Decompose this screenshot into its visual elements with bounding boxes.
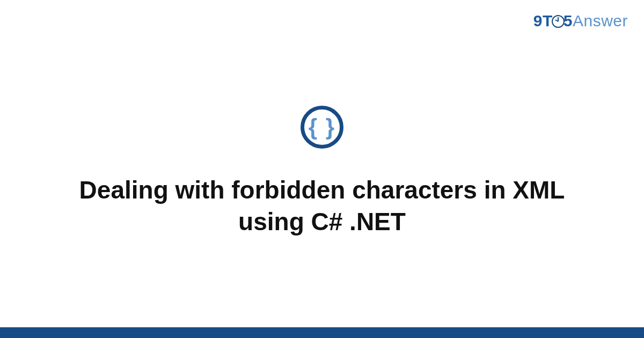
page-title: Dealing with forbidden characters in XML… xyxy=(67,174,577,238)
main-content: { } Dealing with forbidden characters in… xyxy=(0,0,644,327)
code-braces-icon: { } xyxy=(309,116,335,138)
category-icon-circle: { } xyxy=(301,106,343,149)
footer-bar xyxy=(0,327,644,338)
